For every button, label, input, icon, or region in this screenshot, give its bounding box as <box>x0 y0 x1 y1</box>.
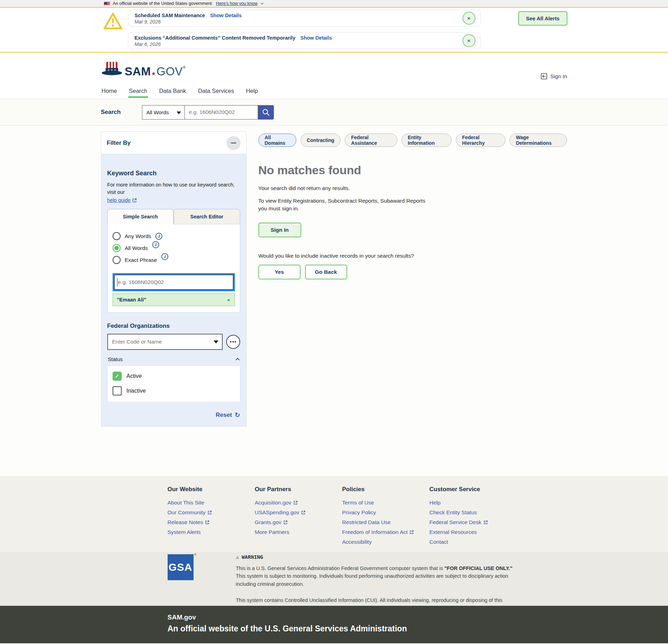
reset-filters-link[interactable]: Reset <box>216 412 232 419</box>
show-details-link[interactable]: Show Details <box>300 35 332 41</box>
domain-tab-entity-information[interactable]: Entity Information <box>402 134 452 147</box>
footer-link-restricted-data-use[interactable]: Restricted Data Use <box>342 520 426 525</box>
text-cursor <box>117 278 118 286</box>
domain-tabs: All Domains Contracting Federal Assistan… <box>258 134 567 147</box>
chip-label: "Emaan Ali" <box>117 297 146 303</box>
how-you-know-link[interactable]: Here's how you know <box>216 1 257 6</box>
footer-link-grants-gov[interactable]: Grants.gov <box>255 520 339 525</box>
footer-link-acquisition-gov[interactable]: Acquisition.gov <box>255 500 339 505</box>
footer: Our Website About This Site Our Communit… <box>0 476 668 552</box>
domain-tab-contracting[interactable]: Contracting <box>301 134 341 147</box>
alerts-list: Scheduled SAM Maintenance Show Details M… <box>128 10 481 55</box>
search-mode-value: All Words <box>147 109 169 115</box>
nav-item-home[interactable]: Home <box>101 87 118 98</box>
minus-icon <box>231 142 236 143</box>
alert-close-button[interactable]: × <box>463 12 475 25</box>
chevron-up-icon[interactable] <box>235 358 239 361</box>
check-icon: ✓ <box>115 373 119 379</box>
yes-button[interactable]: Yes <box>258 265 301 279</box>
show-details-link[interactable]: Show Details <box>210 13 242 18</box>
help-guide-link[interactable]: help guide <box>107 197 137 203</box>
footer-link-contact[interactable]: Contact <box>430 539 514 544</box>
main-area: Filter By Keyword Search For more inform… <box>0 126 668 476</box>
collapse-filters-button[interactable] <box>227 136 241 150</box>
magnifier-icon <box>262 108 270 116</box>
org-combobox <box>107 334 223 350</box>
info-icon[interactable]: i <box>161 253 168 260</box>
search-strip: Search All Words <box>0 99 668 126</box>
external-link-icon <box>301 510 305 515</box>
nav-item-help[interactable]: Help <box>245 87 259 98</box>
keyword-search-input[interactable] <box>114 274 234 290</box>
tab-simple-search[interactable]: Simple Search <box>107 209 174 224</box>
footer-link-release-notes[interactable]: Release Notes <box>168 520 252 525</box>
chevron-down-icon[interactable] <box>261 1 263 4</box>
footer-link-our-community[interactable]: Our Community <box>168 510 252 515</box>
footer-link-more-partners[interactable]: More Partners <box>255 529 339 535</box>
domain-tab-federal-assistance[interactable]: Federal Assistance <box>345 134 397 147</box>
gsa-logo: GSA <box>168 554 194 580</box>
select-arrow-icon[interactable] <box>214 340 218 344</box>
radio-all-words[interactable] <box>113 244 121 252</box>
search-submit-button[interactable] <box>258 105 274 120</box>
domain-tab-wage-determinations[interactable]: Wage Determinations <box>510 134 567 147</box>
org-code-input[interactable] <box>107 334 223 350</box>
footer-link-federal-service-desk[interactable]: Federal Service Desk <box>430 520 514 525</box>
footer-link-system-alerts[interactable]: System Alerts <box>168 529 252 535</box>
chip-close-icon[interactable]: × <box>227 297 230 303</box>
footer-link-about-this-site[interactable]: About This Site <box>168 500 252 505</box>
sign-in-link[interactable]: Sign In <box>541 73 567 80</box>
external-link-icon <box>205 520 209 524</box>
footer-site-tagline: An official website of the U.S. General … <box>168 624 407 633</box>
footer-link-external-resources[interactable]: External Resources <box>430 529 514 535</box>
footer-column-our-website: Our Website About This Site Our Communit… <box>168 486 252 539</box>
search-mode-select[interactable]: All Words <box>142 105 185 120</box>
nav-item-search[interactable]: Search <box>128 87 148 98</box>
footer-link-privacy-policy[interactable]: Privacy Policy <box>342 510 426 515</box>
footer-link-usaspending-gov[interactable]: USASpending.gov <box>255 510 339 515</box>
results-area: All Domains Contracting Federal Assistan… <box>258 134 567 279</box>
filter-panel: Filter By Keyword Search For more inform… <box>101 131 247 427</box>
keyword-info-text: For more information on how to use our k… <box>107 181 240 196</box>
go-back-button[interactable]: Go Back <box>305 265 347 279</box>
footer-link-accessibility[interactable]: Accessibility <box>342 539 426 544</box>
radio-label: Exact Phrase <box>125 257 157 263</box>
radio-any-words[interactable] <box>113 232 121 240</box>
page: An official website of the United States… <box>0 0 668 644</box>
see-all-alerts-button[interactable]: See All Alerts <box>518 11 567 26</box>
checkbox-inactive[interactable] <box>113 386 122 395</box>
uncle-sam-hat-icon: ★ ★ ★ <box>101 60 123 77</box>
top-search-input[interactable] <box>185 105 258 120</box>
external-link-icon <box>484 520 488 524</box>
gov-banner: An official website of the United States… <box>0 0 668 8</box>
footer-link-check-entity-status[interactable]: Check Entity Status <box>430 510 514 515</box>
info-icon[interactable]: i <box>152 241 159 248</box>
help-guide-label: help guide <box>107 197 131 203</box>
nav-item-data-bank[interactable]: Data Bank <box>158 87 187 98</box>
sign-in-icon <box>541 73 547 80</box>
radio-exact-phrase[interactable] <box>113 256 121 264</box>
alert-close-button[interactable]: × <box>463 34 475 47</box>
sam-gov-logo[interactable]: ★ ★ ★ SAM★GOV® <box>101 60 186 77</box>
footer-link-terms-of-use[interactable]: Terms of Use <box>342 500 426 505</box>
nav-item-data-services[interactable]: Data Services <box>197 87 235 98</box>
info-icon[interactable]: i <box>155 233 162 240</box>
warning-paragraph-1: This is a U.S. General Services Administ… <box>236 564 513 588</box>
checkbox-active[interactable]: ✓ <box>113 372 122 381</box>
keyword-chip: "Emaan Ali" × <box>113 293 235 306</box>
alert-maintenance: Scheduled SAM Maintenance Show Details M… <box>128 10 481 27</box>
footer-link-foia[interactable]: Freedom of Information Act <box>342 529 426 535</box>
footer-column-our-partners: Our Partners Acquisition.gov USASpending… <box>255 486 339 539</box>
registered-mark: ® <box>194 553 197 556</box>
footer-link-help[interactable]: Help <box>430 500 514 505</box>
org-more-options-button[interactable] <box>226 335 240 349</box>
domain-tab-all-domains[interactable]: All Domains <box>258 134 296 147</box>
sign-in-button[interactable]: Sign In <box>258 223 301 237</box>
federal-organizations-heading: Federal Organizations <box>107 323 240 330</box>
tab-search-editor[interactable]: Search Editor <box>174 209 240 224</box>
domain-tab-federal-hierarchy[interactable]: Federal Hierarchy <box>456 134 506 147</box>
sign-in-label: Sign In <box>550 73 567 80</box>
logo-gov: GOV <box>156 65 183 78</box>
refresh-icon[interactable]: ↻ <box>235 411 240 419</box>
footer-column-policies: Policies Terms of Use Privacy Policy Res… <box>342 486 426 549</box>
